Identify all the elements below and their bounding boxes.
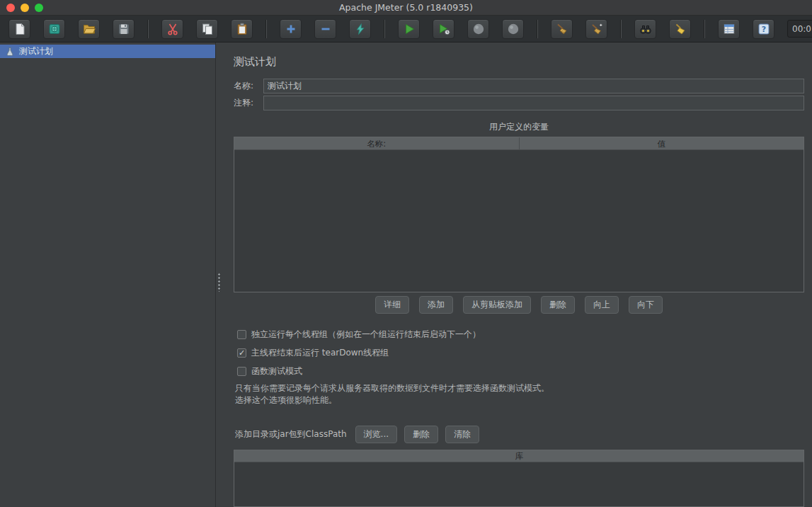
shutdown-button[interactable] bbox=[502, 19, 524, 39]
delete-button[interactable]: 删除 bbox=[541, 296, 575, 314]
paste-clipboard-icon bbox=[235, 22, 249, 36]
functional-mode-note: 只有当你需要记录每个请求从服务器取得的数据到文件时才需要选择函数测试模式。 选择… bbox=[235, 382, 804, 406]
column-header-name[interactable]: 名称: bbox=[234, 137, 519, 149]
svg-text:?: ? bbox=[761, 25, 765, 34]
toolbar-separator bbox=[147, 20, 149, 38]
name-label: 名称: bbox=[234, 80, 263, 92]
expand-all-button[interactable] bbox=[280, 19, 302, 39]
function-helper-button[interactable] bbox=[718, 19, 740, 39]
teardown-on-shutdown-row: 主线程结束后运行 tearDown线程组 bbox=[237, 347, 804, 359]
serialize-threadgroups-label: 独立运行每个线程组（例如在一个组运行结束后启动下一个） bbox=[251, 329, 481, 341]
functional-mode-checkbox[interactable] bbox=[237, 367, 246, 376]
toolbar-group-tree bbox=[280, 19, 371, 39]
clear-all-broom-icon bbox=[590, 22, 604, 36]
move-up-button[interactable]: 向上 bbox=[585, 296, 619, 314]
start-no-pauses-button[interactable] bbox=[433, 19, 454, 39]
toolbar-group-search bbox=[634, 19, 691, 39]
shutdown-icon bbox=[506, 22, 520, 36]
search-reset-button[interactable] bbox=[669, 19, 691, 39]
splitter-grip-icon bbox=[217, 273, 221, 292]
classpath-row: 添加目录或jar包到ClassPath 浏览... 删除 清除 bbox=[235, 426, 804, 443]
paste-button[interactable] bbox=[231, 19, 253, 39]
collapse-minus-icon bbox=[319, 22, 333, 36]
new-file-icon bbox=[13, 22, 27, 36]
teardown-on-shutdown-checkbox[interactable] bbox=[237, 348, 246, 358]
start-no-pauses-icon bbox=[437, 22, 451, 36]
tree-item-test-plan[interactable]: 测试计划 bbox=[0, 45, 215, 58]
collapse-all-button[interactable] bbox=[314, 19, 336, 39]
test-plan-icon bbox=[5, 47, 15, 57]
comment-row: 注释: bbox=[234, 96, 804, 110]
expand-plus-icon bbox=[284, 22, 298, 36]
search-button[interactable] bbox=[634, 19, 656, 39]
close-window-button[interactable] bbox=[6, 4, 15, 12]
copy-button[interactable] bbox=[196, 19, 218, 39]
variables-table-body[interactable] bbox=[234, 150, 804, 292]
content-area: 测试计划 测试计划 名称: 注释: 用户定义的变量 名称: 值 bbox=[0, 42, 812, 507]
toolbar-group-help: ? bbox=[718, 19, 774, 39]
move-down-button[interactable]: 向下 bbox=[629, 296, 663, 314]
variables-table: 名称: 值 bbox=[234, 137, 804, 292]
comment-input[interactable] bbox=[263, 96, 804, 110]
toolbar-separator bbox=[620, 20, 622, 38]
classpath-label: 添加目录或jar包到ClassPath bbox=[235, 428, 347, 440]
open-button[interactable] bbox=[78, 19, 100, 39]
name-row: 名称: bbox=[234, 79, 804, 93]
clear-broom-icon bbox=[555, 22, 569, 36]
toggle-lightning-icon bbox=[353, 22, 367, 36]
search-reset-brush-icon bbox=[673, 22, 687, 36]
add-button[interactable]: 添加 bbox=[419, 296, 453, 314]
classpath-clear-button[interactable]: 清除 bbox=[445, 426, 479, 443]
variables-table-header: 名称: 值 bbox=[234, 137, 804, 150]
toggle-button[interactable] bbox=[349, 19, 371, 39]
column-header-value[interactable]: 值 bbox=[519, 137, 804, 149]
library-table-body[interactable] bbox=[234, 462, 804, 506]
templates-icon bbox=[47, 22, 62, 36]
add-from-clipboard-button[interactable]: 从剪贴板添加 bbox=[463, 296, 531, 314]
templates-button[interactable] bbox=[43, 19, 65, 39]
start-button[interactable] bbox=[398, 19, 420, 39]
toolbar: ? 00:0 bbox=[0, 16, 812, 42]
comment-label: 注释: bbox=[234, 97, 263, 109]
library-column-header[interactable]: 库 bbox=[234, 450, 804, 462]
toolbar-group-edit bbox=[161, 19, 253, 39]
window-title: Apache JMeter (5.0 r1840935) bbox=[0, 2, 812, 13]
toolbar-group-clear bbox=[551, 19, 607, 39]
test-plan-tree: 测试计划 bbox=[0, 42, 216, 507]
test-plan-editor: 测试计划 名称: 注释: 用户定义的变量 名称: 值 详细 添加 从剪贴 bbox=[229, 42, 812, 507]
panel-splitter[interactable] bbox=[216, 42, 229, 507]
browse-button[interactable]: 浏览... bbox=[355, 426, 397, 443]
zoom-window-button[interactable] bbox=[35, 4, 43, 12]
start-play-icon bbox=[402, 22, 416, 36]
variables-buttons-row: 详细 添加 从剪贴板添加 删除 向上 向下 bbox=[234, 296, 804, 314]
classpath-delete-button[interactable]: 删除 bbox=[404, 426, 438, 443]
toolbar-separator bbox=[704, 20, 705, 38]
cut-scissors-icon bbox=[166, 22, 180, 36]
help-question-icon: ? bbox=[757, 22, 771, 36]
new-button[interactable] bbox=[8, 19, 30, 39]
note-line-1: 只有当你需要记录每个请求从服务器取得的数据到文件时才需要选择函数测试模式。 bbox=[235, 382, 804, 394]
functional-mode-label: 函数测试模式 bbox=[251, 365, 302, 377]
toolbar-separator bbox=[265, 20, 267, 38]
help-button[interactable]: ? bbox=[753, 19, 774, 39]
clear-all-button[interactable] bbox=[585, 19, 607, 39]
functional-mode-row: 函数测试模式 bbox=[237, 365, 804, 377]
minimize-window-button[interactable] bbox=[21, 4, 29, 12]
detail-button[interactable]: 详细 bbox=[375, 296, 409, 314]
function-helper-icon bbox=[722, 22, 736, 36]
teardown-on-shutdown-label: 主线程结束后运行 tearDown线程组 bbox=[251, 347, 389, 359]
save-button[interactable] bbox=[113, 19, 135, 39]
tree-item-label: 测试计划 bbox=[19, 45, 53, 57]
stop-button[interactable] bbox=[467, 19, 489, 39]
clear-button[interactable] bbox=[551, 19, 573, 39]
cut-button[interactable] bbox=[161, 19, 183, 39]
name-input[interactable] bbox=[263, 79, 804, 93]
toolbar-group-file bbox=[8, 19, 135, 39]
library-table: 库 bbox=[234, 450, 804, 507]
search-binoculars-icon bbox=[639, 22, 653, 36]
toolbar-separator bbox=[384, 20, 385, 38]
titlebar: Apache JMeter (5.0 r1840935) bbox=[0, 0, 812, 16]
toolbar-group-run bbox=[398, 19, 524, 39]
serialize-threadgroups-checkbox[interactable] bbox=[237, 330, 246, 339]
toolbar-separator bbox=[537, 20, 538, 38]
